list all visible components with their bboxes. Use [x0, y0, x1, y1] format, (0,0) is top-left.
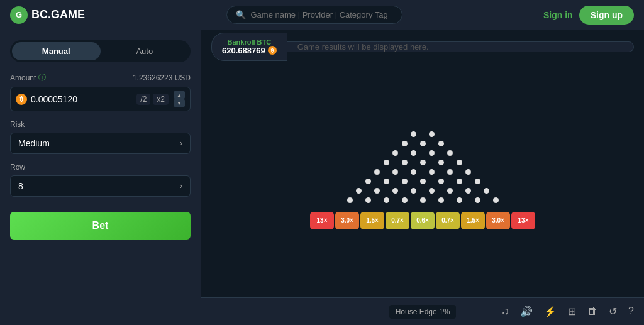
bet-button[interactable]: Bet: [10, 212, 191, 240]
peg: [438, 160, 444, 165]
bankroll-label: Bankroll BTC: [228, 38, 272, 46]
peg: [392, 150, 398, 156]
peg: [447, 150, 453, 156]
peg: [447, 188, 453, 194]
half-button[interactable]: /2: [136, 94, 150, 105]
peg: [384, 197, 389, 203]
peg: [420, 179, 426, 184]
peg: [374, 169, 380, 175]
bucket[interactable]: 0.6×: [411, 212, 435, 229]
peg: [438, 141, 444, 146]
row-chevron: ›: [180, 182, 182, 190]
amount-row: ₿ 0.00005120 /2 x2 ▲ ▼: [10, 87, 191, 111]
tabs: Manual Auto: [10, 40, 191, 62]
peg: [374, 188, 380, 194]
peg: [447, 169, 453, 175]
peg: [365, 179, 371, 184]
risk-select[interactable]: Medium ›: [10, 133, 191, 154]
logo-icon: G: [10, 6, 28, 24]
topnav: G BC.GAME 🔍 Sign in Sign up: [0, 0, 644, 30]
peg: [429, 188, 435, 194]
risk-value: Medium: [18, 138, 50, 148]
plinko-container: 13×3.0×1.5×0.7×0.6×0.7×1.5×3.0×13×: [310, 131, 535, 229]
search-icon: 🔍: [236, 10, 246, 19]
amount-usd: 1.23626223 USD: [133, 74, 191, 82]
peg: [411, 188, 416, 194]
refresh-icon[interactable]: ↺: [609, 306, 617, 317]
volume-icon[interactable]: 🔊: [520, 306, 533, 317]
peg: [347, 197, 353, 203]
row-label: Row: [10, 163, 191, 172]
stepper-down[interactable]: ▼: [174, 99, 185, 107]
buckets-row: 13×3.0×1.5×0.7×0.6×0.7×1.5×3.0×13×: [310, 212, 535, 229]
peg: [402, 179, 408, 184]
bucket[interactable]: 0.7×: [436, 212, 460, 229]
peg: [384, 160, 389, 165]
risk-label: Risk: [10, 120, 191, 129]
game-header: Bankroll BTC 620.688769 ₿ Game results w…: [201, 30, 644, 63]
bankroll-value: 620.688769 ₿: [222, 46, 277, 55]
search-bar[interactable]: 🔍: [226, 6, 402, 24]
peg-row-6: [368, 169, 477, 175]
bucket[interactable]: 3.0×: [486, 212, 510, 229]
btc-icon: ₿: [16, 94, 27, 105]
peg: [457, 197, 462, 203]
lightning-icon[interactable]: ⚡: [544, 306, 557, 317]
tab-manual[interactable]: Manual: [12, 42, 101, 60]
bottom-icons: ♫ 🔊 ⚡ ⊞ 🗑 ↺ ?: [501, 306, 634, 317]
music-icon[interactable]: ♫: [501, 306, 509, 317]
peg: [402, 197, 408, 203]
peg: [457, 160, 462, 165]
signup-button[interactable]: Sign up: [579, 6, 634, 25]
peg-row-3: [396, 141, 450, 146]
peg: [493, 197, 499, 203]
bucket[interactable]: 13×: [511, 212, 535, 229]
tab-auto[interactable]: Auto: [101, 42, 189, 60]
row-select[interactable]: 8 ›: [10, 175, 191, 197]
nav-buttons: Sign in Sign up: [543, 6, 634, 25]
double-button[interactable]: x2: [153, 94, 169, 105]
bankroll-coin-icon: ₿: [268, 46, 277, 55]
amount-section: Amount ⓘ 1.23626223 USD ₿ 0.00005120 /2 …: [10, 72, 191, 111]
peg: [365, 197, 371, 203]
main-layout: Manual Auto Amount ⓘ 1.23626223 USD ₿ 0.…: [0, 30, 644, 325]
row-value: 8: [18, 181, 23, 191]
search-input[interactable]: [251, 10, 389, 19]
help-icon[interactable]: ?: [628, 306, 634, 317]
peg: [429, 131, 435, 137]
amount-label: Amount ⓘ 1.23626223 USD: [10, 72, 191, 83]
signin-button[interactable]: Sign in: [543, 10, 573, 20]
peg: [402, 141, 408, 146]
peg: [392, 188, 398, 194]
stepper-up[interactable]: ▲: [174, 91, 185, 99]
peg-row-5: [377, 160, 469, 165]
grid-icon[interactable]: ⊞: [568, 306, 576, 317]
bucket[interactable]: 3.0×: [335, 212, 359, 229]
peg-row-8: [350, 188, 496, 194]
peg: [420, 197, 426, 203]
logo-text: BC.GAME: [31, 8, 85, 21]
left-panel: Manual Auto Amount ⓘ 1.23626223 USD ₿ 0.…: [0, 30, 201, 325]
bucket[interactable]: 1.5×: [360, 212, 384, 229]
results-bar: Game results will be displayed here.: [287, 41, 634, 52]
bottom-bar: House Edge 1% ♫ 🔊 ⚡ ⊞ 🗑 ↺ ?: [201, 297, 644, 325]
peg-row-9: [341, 197, 505, 203]
risk-chevron: ›: [180, 139, 182, 148]
amount-left: ₿ 0.00005120: [16, 94, 77, 105]
peg: [457, 179, 462, 184]
bucket[interactable]: 1.5×: [461, 212, 485, 229]
amount-btc-value: 0.00005120: [31, 94, 77, 104]
right-panel: Bankroll BTC 620.688769 ₿ Game results w…: [201, 30, 644, 325]
peg: [411, 150, 416, 156]
peg: [438, 197, 444, 203]
amount-stepper: ▲ ▼: [174, 91, 185, 107]
row-section: Row 8 ›: [10, 163, 191, 197]
amount-controls: /2 x2 ▲ ▼: [136, 91, 185, 107]
bankroll-box: Bankroll BTC 620.688769 ₿: [211, 33, 287, 61]
bucket[interactable]: 0.7×: [386, 212, 409, 229]
peg: [438, 179, 444, 184]
peg: [429, 150, 435, 156]
bucket[interactable]: 13×: [310, 212, 334, 229]
peg-row-2: [404, 131, 441, 137]
trash-icon[interactable]: 🗑: [587, 306, 597, 317]
